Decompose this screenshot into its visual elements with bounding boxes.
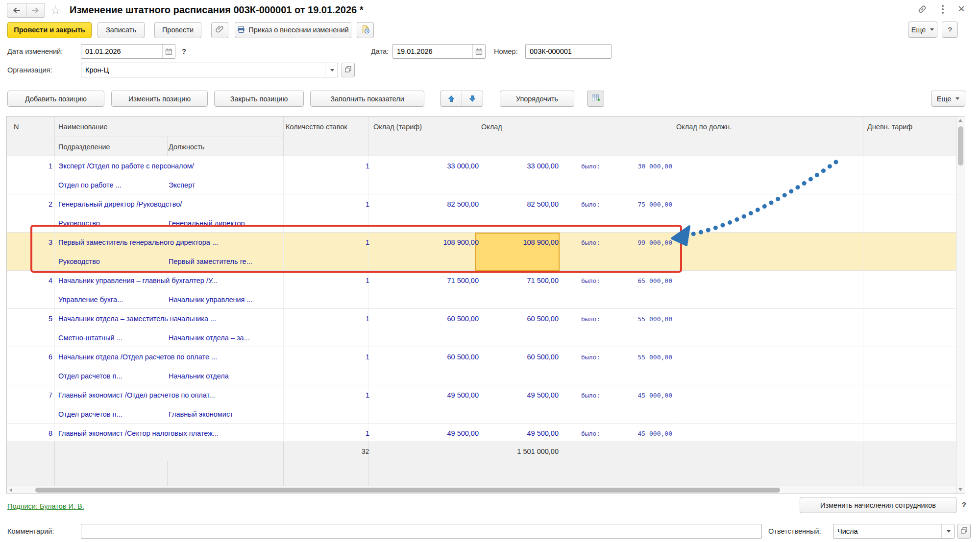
row-salary-was: было:30 000,00 <box>581 163 672 170</box>
row-position: Генеральный директор <box>169 219 279 227</box>
change-accruals-button[interactable]: Изменить начисления сотрудников <box>800 497 956 513</box>
col-header-salary-tariff[interactable]: Оклад (тариф) <box>373 123 422 131</box>
move-up-button[interactable] <box>441 91 462 106</box>
table-row[interactable]: 4Начальник управления – главный бухгалте… <box>7 271 956 309</box>
table-row[interactable]: 8Главный экономист /Сектор налоговых пла… <box>7 424 956 442</box>
row-salary-tariff: 71 500,00 <box>368 277 479 284</box>
col-header-position[interactable]: Должность <box>169 143 204 151</box>
table-row[interactable]: 7Главный экономист /Отдел расчетов по оп… <box>7 385 956 424</box>
was-value: 65 000,00 <box>638 277 672 284</box>
vertical-scrollbar[interactable] <box>956 117 965 494</box>
comment-label: Комментарий: <box>7 524 54 539</box>
more-label: Еще <box>937 95 952 103</box>
totals-row: 32 1 501 000,00 <box>7 442 956 486</box>
was-label: было: <box>581 430 600 437</box>
responsible-combo[interactable]: Числа <box>833 524 955 539</box>
number-field[interactable] <box>525 44 612 59</box>
back-button[interactable] <box>7 3 26 17</box>
close-position-button[interactable]: Закрыть позицию <box>214 91 304 107</box>
signatures-link[interactable]: Подписи: Булатов И. В. <box>7 502 84 510</box>
menu-dots-icon[interactable] <box>942 5 944 7</box>
order-print-button[interactable]: Приказ о внесении изменений <box>235 22 351 38</box>
scroll-left-icon[interactable] <box>9 488 12 492</box>
row-qty: 1 <box>283 353 369 361</box>
get-link-icon[interactable] <box>917 4 927 16</box>
row-department: Руководство <box>58 219 165 227</box>
row-salary-tariff: 60 500,00 <box>368 353 479 361</box>
toolbar-more-button[interactable]: Еще <box>908 22 937 38</box>
row-qty: 1 <box>283 238 369 246</box>
table-row[interactable]: 1Эксперт /Отдел по работе с персоналом/О… <box>7 156 956 194</box>
col-header-department[interactable]: Подразделение <box>58 143 110 151</box>
document-log-button[interactable] <box>357 22 374 38</box>
chevron-down-icon[interactable] <box>941 524 954 538</box>
horizontal-scrollbar[interactable] <box>7 486 956 494</box>
total-salary: 1 501 000,00 <box>477 448 559 455</box>
row-salary-was: было:45 000,00 <box>581 392 672 399</box>
row-qty: 1 <box>283 391 369 399</box>
save-button[interactable]: Записать <box>98 22 145 38</box>
was-label: было: <box>581 201 600 208</box>
total-qty: 32 <box>283 448 369 455</box>
accruals-help[interactable]: ? <box>962 497 966 512</box>
col-header-name[interactable]: Наименование <box>58 123 108 131</box>
date-field[interactable] <box>392 44 486 59</box>
column-settings-button[interactable] <box>587 91 604 107</box>
forward-button[interactable] <box>26 3 45 17</box>
sort-button[interactable]: Упорядочить <box>500 91 574 107</box>
table-row[interactable]: 5Начальник отдела – заместитель начальни… <box>7 309 956 347</box>
change-date-help[interactable]: ? <box>182 44 186 59</box>
col-header-daily-tariff[interactable]: Дневн. тариф <box>867 123 912 131</box>
was-value: 75 000,00 <box>638 201 672 208</box>
row-number: 3 <box>7 238 52 246</box>
scroll-up-icon[interactable] <box>958 119 962 122</box>
table-row[interactable]: 6Начальник отдела /Отдел расчетов по опл… <box>7 347 956 385</box>
post-button[interactable]: Провести <box>154 22 201 38</box>
change-position-button[interactable]: Изменить позицию <box>111 91 208 107</box>
row-position: Начальник управления ... <box>169 296 279 304</box>
chevron-down-icon[interactable] <box>325 63 338 77</box>
organization-combo[interactable]: Крон-Ц <box>81 63 338 77</box>
comment-field[interactable] <box>81 524 762 539</box>
help-button[interactable]: ? <box>942 22 958 38</box>
attachments-button[interactable] <box>211 22 228 38</box>
horizontal-scroll-thumb[interactable] <box>35 488 780 493</box>
change-date-input[interactable] <box>81 45 162 58</box>
main-toolbar: Провести и закрыть Записать Провести При… <box>7 22 374 38</box>
post-and-close-button[interactable]: Провести и закрыть <box>7 22 92 38</box>
row-position: Эксперт <box>169 181 279 189</box>
calendar-icon[interactable] <box>162 45 175 58</box>
was-value: 45 000,00 <box>638 392 672 399</box>
change-date-field[interactable] <box>81 44 175 59</box>
vertical-scroll-thumb[interactable] <box>958 126 963 165</box>
table-row[interactable]: 2Генеральный директор /Руководство/Руков… <box>7 194 956 233</box>
table-more-button[interactable]: Еще <box>931 91 965 107</box>
col-header-qty[interactable]: Количество ставок <box>286 123 347 131</box>
close-icon[interactable]: × <box>958 2 965 16</box>
add-position-button[interactable]: Добавить позицию <box>7 91 104 107</box>
col-header-salary-by-pos[interactable]: Оклад по должн. <box>676 123 732 131</box>
forward-arrow-icon <box>31 7 40 14</box>
organization-open-button[interactable] <box>342 63 355 77</box>
move-down-button[interactable] <box>462 91 483 106</box>
staffing-change-document-window: ☆ Изменение штатного расписания 003К-000… <box>0 0 980 542</box>
scroll-down-icon[interactable] <box>958 488 962 491</box>
comment-input[interactable] <box>81 524 761 538</box>
fill-indicators-button[interactable]: Заполнить показатели <box>310 91 424 107</box>
calendar-icon[interactable] <box>472 45 485 58</box>
row-number: 7 <box>7 391 52 399</box>
arrow-up-icon <box>448 95 455 102</box>
date-input[interactable] <box>393 45 472 58</box>
row-number: 5 <box>7 315 52 323</box>
responsible-open-button[interactable] <box>957 524 971 539</box>
col-header-salary[interactable]: Оклад <box>481 123 502 131</box>
was-value: 55 000,00 <box>638 353 672 361</box>
table-row[interactable]: 3Первый заместитель генерального директо… <box>7 233 956 271</box>
col-header-n[interactable]: N <box>14 123 19 131</box>
number-input[interactable] <box>526 45 611 58</box>
row-salary-tariff: 49 500,00 <box>368 391 479 399</box>
row-salary-was: было:55 000,00 <box>581 353 672 361</box>
open-icon <box>344 66 352 75</box>
row-number: 6 <box>7 353 52 361</box>
favorite-star-icon[interactable]: ☆ <box>50 3 61 17</box>
